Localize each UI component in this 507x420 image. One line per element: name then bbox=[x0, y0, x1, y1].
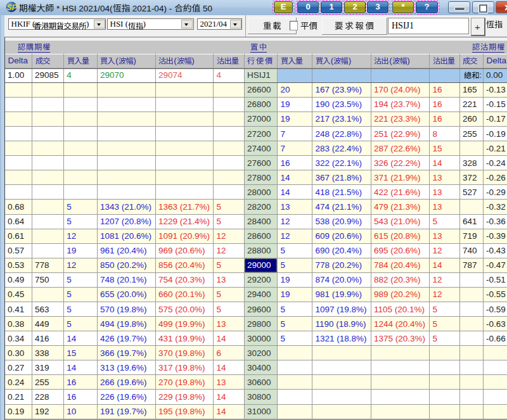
svg-text:SP: SP bbox=[6, 3, 17, 12]
